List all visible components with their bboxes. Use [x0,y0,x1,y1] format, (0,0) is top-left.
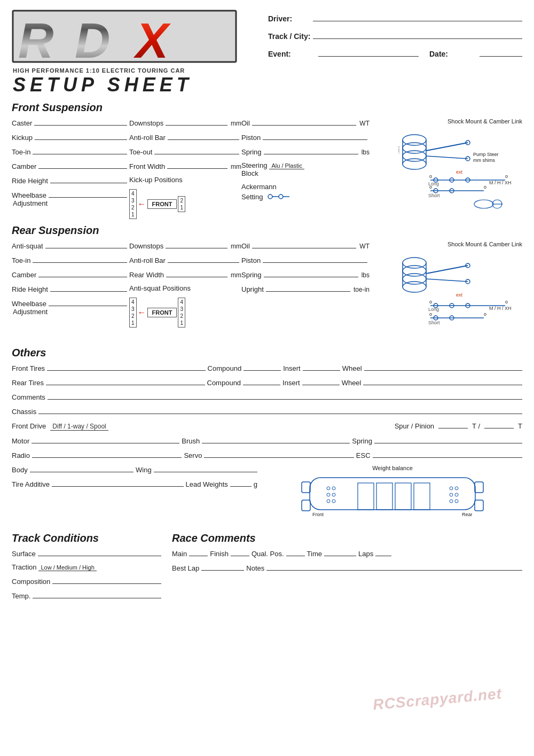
svg-text:Short: Short [428,193,440,198]
svg-point-74 [332,500,335,503]
front-tires-row: Front Tires Compound Insert Wheel [12,363,522,372]
front-susp-fields: Caster Kickup Toe-in Camber [12,118,394,219]
rear-oil-row: Oil WT [241,241,370,250]
svg-rect-67 [395,483,411,510]
caster-row: Caster [12,118,129,127]
front-piston-row: Piston [241,133,370,142]
driver-row: Driver: [268,13,522,23]
svg-text:M / H / XH: M / H / XH [489,306,512,311]
svg-point-42 [403,282,426,292]
body-wing-row: Body Wing Tire Additive Lead Weights g W… [12,465,522,523]
race-comments-col: Race Comments Main Finish Qual. Pos. Tim… [172,527,522,572]
svg-rect-86 [475,500,483,511]
driver-label: Driver: [268,14,311,23]
front-drive-options: Diff / 1-way / Spool [50,423,108,431]
rear-rideheight-row: Ride Height [12,284,129,293]
svg-point-11 [403,159,426,169]
svg-text:X: X [133,13,171,64]
svg-point-9 [403,143,426,153]
race-results-row: Main Finish Qual. Pos. Time Laps [172,549,522,558]
rear-suspension-area: Anti-squat Toe-in Camber Ride Height [12,241,522,341]
svg-text:Long: Long [428,181,439,186]
svg-text:R: R [18,13,53,64]
svg-text:Front: Front [312,512,324,517]
svg-point-4 [268,194,272,199]
track-conditions-col: Track Conditions Surface Traction Low / … [12,527,161,600]
svg-point-78 [455,493,458,496]
track-conditions-header: Track Conditions [12,532,161,544]
motor-row: Motor Brush Spring [12,436,522,445]
svg-text:o: o [429,299,432,305]
svg-text:mm: mm [398,146,400,153]
traction-row: Traction Low / Medium / High [12,563,161,571]
front-antiroll-row: Anti-roll Bar [129,133,241,142]
weight-balance-label: Weight balance [263,465,522,471]
svg-point-40 [403,266,426,276]
rear-wheelbase-row: Wheelbase Adjustment [12,299,129,316]
front-col1: Caster Kickup Toe-in Camber [12,118,129,219]
svg-text:o: o [505,299,508,305]
front-wheelbase-row: Wheelbase Adjustment [12,190,129,207]
svg-text:mm shims: mm shims [473,158,495,163]
svg-text:M / H / XH: M / H / XH [489,180,512,185]
event-label: Event: [268,50,311,58]
svg-line-14 [426,143,468,151]
svg-point-70 [332,487,335,490]
svg-rect-85 [475,482,483,493]
ackermann-diagram [265,191,292,202]
date-input-line[interactable] [480,48,522,57]
event-input-line[interactable] [318,48,419,57]
rear-col2: Downstops mm Anti-roll Bar Rear Width mm [129,241,241,328]
svg-point-36 [474,200,493,208]
logo-block: R D X HIGH PERFORMANCE 1:10 ELECTRIC TOU… [12,10,257,96]
svg-rect-83 [302,482,310,493]
svg-point-41 [403,274,426,284]
date-label: Date: [429,50,472,58]
svg-point-75 [450,487,453,490]
svg-point-69 [327,487,330,490]
front-rideheight-row: Ride Height [12,176,129,185]
adjustment-label: Adjustment [12,199,129,207]
svg-text:o: o [429,311,432,317]
svg-point-8 [403,135,426,145]
rear-susp-grid: Anti-squat Toe-in Camber Ride Height [12,241,394,328]
svg-text:o: o [484,311,486,317]
svg-point-77 [450,493,453,496]
svg-point-79 [450,500,453,503]
svg-point-10 [403,151,426,161]
front-downstops-row: Downstops mm [129,118,241,127]
front-toeout-row: Toe-out [129,147,241,156]
svg-point-76 [455,487,458,490]
radio-row: Radio Servo ESC [12,450,522,459]
front-shock-svg: mm o o o o Long M / H / XH Short ext P [398,127,521,212]
rear-tires-row: Rear Tires Compound Insert Wheel [12,378,522,387]
rear-suspension-header: Rear Suspension [12,224,522,237]
comments-row: Comments [12,392,522,401]
steering-block-row: Steering Alu / Plastic Block [241,161,370,177]
svg-point-6 [279,194,283,199]
front-camber-row: Camber [12,161,129,170]
steering-options: Alu / Plastic [269,162,304,169]
bottom-section: Track Conditions Surface Traction Low / … [12,527,522,600]
front-drive-row: Front Drive Diff / 1-way / Spool Spur / … [12,421,522,431]
subtitle: HIGH PERFORMANCE 1:10 ELECTRIC TOURING C… [13,67,257,74]
driver-input-line[interactable] [313,13,522,21]
svg-rect-65 [358,483,374,510]
rear-toein-row: Toe-in [12,255,129,264]
svg-line-46 [426,279,468,282]
rear-shock-diagram-col: Shock Mount & Camber Link ext o [394,241,522,341]
track-input-line[interactable] [313,30,522,39]
chassis-row: Chassis [12,407,522,416]
race-comments-header: Race Comments [172,532,522,544]
best-lap-row: Best Lap Notes [172,563,522,572]
track-label: Track / City: [268,32,311,41]
kickup-positions-row: Kick-up Positions [129,176,241,184]
front-toein-row: Toe-in [12,147,129,156]
others-header: Others [12,347,522,359]
svg-text:ext: ext [456,292,463,298]
header: R D X HIGH PERFORMANCE 1:10 ELECTRIC TOU… [12,10,522,96]
svg-text:o: o [429,174,432,179]
kickup-row: Kickup [12,133,129,142]
front-width-row: Front Width mm [129,161,241,170]
rear-antiroll-row: Anti-roll Bar [129,255,241,264]
